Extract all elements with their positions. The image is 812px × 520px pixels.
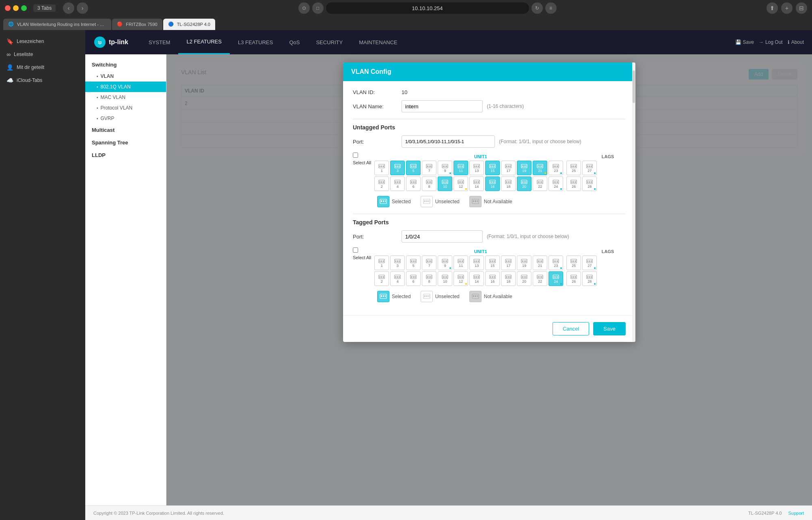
untagged-port-7[interactable]: 7 [422,161,436,175]
untagged-port-input[interactable] [402,135,495,148]
close-button[interactable] [5,5,11,11]
sidebar-icloud-tabs[interactable]: ☁️ iCloud-Tabs [0,74,85,87]
sidebar-shared[interactable]: 👤 Mit dir geteilt [0,61,85,74]
untagged-lag-28[interactable]: 28 [582,176,597,191]
vlan-name-input[interactable] [402,100,483,112]
tagged-lag-26[interactable]: 26 [566,271,581,286]
untagged-port-19[interactable]: 19 [517,161,531,175]
untagged-port-1[interactable]: 1 [374,161,389,175]
untagged-port-24[interactable]: 24 [549,176,563,191]
sidebar-lldp[interactable]: LLDP [85,149,166,161]
untagged-port-13[interactable]: 13 [469,161,484,175]
tagged-port-19[interactable]: 19 [517,256,531,270]
reader-button[interactable]: ≡ [545,2,557,14]
sidebar-toggle-button[interactable]: ⊟ [796,2,807,14]
tagged-port-15[interactable]: 15 [485,256,500,270]
footer-support-link[interactable]: Support [788,511,804,516]
tagged-port-21[interactable]: 21 [533,256,547,270]
tab-2[interactable]: 🔴 FRITZBox 7590 [112,19,162,30]
reload-button[interactable]: ↻ [531,2,543,14]
untagged-select-all-checkbox[interactable] [353,153,358,158]
nav-l3features[interactable]: L3 FEATURES [230,30,281,54]
sidebar-mac-vlan[interactable]: MAC VLAN [85,92,166,103]
tab-1[interactable]: 🌐 VLAN Weiterleitung Routing ins Interne… [3,19,111,30]
tagged-lag-27[interactable]: 27 [582,256,597,270]
tagged-port-24[interactable]: 24 [549,271,563,286]
tagged-port-18[interactable]: 18 [501,271,516,286]
tagged-lag-25[interactable]: 25 [566,256,581,270]
sidebar-bookmarks[interactable]: 🔖 Lesezeichen [0,35,85,48]
nav-l2features[interactable]: L2 FEATURES [178,30,229,54]
save-button[interactable]: Save [593,322,626,335]
sidebar-gvrp[interactable]: GVRP [85,113,166,124]
forward-button[interactable]: › [77,2,88,14]
untagged-port-14[interactable]: 14 [469,176,484,191]
untagged-lag-27[interactable]: 27 [582,161,597,175]
tagged-port-23[interactable]: 23 [549,256,563,270]
tagged-port-6[interactable]: 6 [406,271,421,286]
tagged-port-1[interactable]: 1 [374,256,389,270]
share-action-button[interactable]: ⬆ [767,2,778,14]
untagged-port-11[interactable]: 11 [454,161,468,175]
tagged-port-7[interactable]: 7 [422,256,436,270]
tagged-port-10[interactable]: 10 [438,271,452,286]
logout-button[interactable]: → Log Out [759,39,783,45]
sidebar-switching[interactable]: Switching [85,58,166,71]
home-button[interactable]: ⊙ [298,2,310,14]
untagged-lag-26[interactable]: 26 [566,176,581,191]
tagged-port-12[interactable]: 12 [454,271,468,286]
tagged-select-all-checkbox[interactable] [353,247,358,253]
share-button[interactable]: □ [312,2,324,14]
untagged-port-23[interactable]: 23 [549,161,563,175]
untagged-port-6[interactable]: 6 [406,176,421,191]
tagged-port-5[interactable]: 5 [406,256,421,270]
save-nav-button[interactable]: 💾 Save [735,39,754,45]
untagged-port-18[interactable]: 18 [501,176,516,191]
nav-security[interactable]: SECURITY [308,30,351,54]
tagged-port-11[interactable]: 11 [454,256,468,270]
untagged-port-4[interactable]: 4 [390,176,405,191]
modal-scrollbar[interactable] [632,62,635,342]
sidebar-protocol-vlan[interactable]: Protocol VLAN [85,103,166,113]
untagged-port-22[interactable]: 22 [533,176,547,191]
sidebar-8021q-vlan[interactable]: 802.1Q VLAN [85,82,166,92]
nav-qos[interactable]: QoS [281,30,308,54]
untagged-port-3[interactable]: 3 [390,161,405,175]
sidebar-vlan[interactable]: VLAN [85,71,166,82]
tagged-port-2[interactable]: 2 [374,271,389,286]
minimize-button[interactable] [13,5,19,11]
tagged-lag-28[interactable]: 28 [582,271,597,286]
untagged-port-21[interactable]: 21 [533,161,547,175]
tab-3[interactable]: 🔵 TL-SG2428P 4.0 [163,19,215,30]
tagged-port-3[interactable]: 3 [390,256,405,270]
new-tab-button[interactable]: + [781,2,793,14]
tagged-port-14[interactable]: 14 [469,271,484,286]
untagged-port-9[interactable]: 9 [438,161,452,175]
untagged-port-10[interactable]: 10 [438,176,452,191]
sidebar-spanning-tree[interactable]: Spanning Tree [85,136,166,149]
address-bar[interactable]: 10.10.10.254 [326,2,529,14]
maximize-button[interactable] [21,5,27,11]
untagged-port-17[interactable]: 17 [501,161,516,175]
tagged-port-8[interactable]: 8 [422,271,436,286]
about-button[interactable]: ℹ About [788,39,804,45]
tagged-port-20[interactable]: 20 [517,271,531,286]
untagged-port-16[interactable]: 16 [485,176,500,191]
tagged-port-22[interactable]: 22 [533,271,547,286]
tagged-port-13[interactable]: 13 [469,256,484,270]
untagged-port-20[interactable]: 20 [517,176,531,191]
untagged-lag-25[interactable]: 25 [566,161,581,175]
cancel-button[interactable]: Cancel [553,322,589,335]
back-button[interactable]: ‹ [63,2,74,14]
untagged-port-2[interactable]: 2 [374,176,389,191]
tagged-port-16[interactable]: 16 [485,271,500,286]
tagged-port-input[interactable] [402,230,483,243]
untagged-port-15[interactable]: 15 [485,161,500,175]
sidebar-tabs-count[interactable]: 3 Tabs [33,4,56,12]
tagged-port-9[interactable]: 9 [438,256,452,270]
untagged-port-5[interactable]: 5 [406,161,421,175]
tagged-port-17[interactable]: 17 [501,256,516,270]
untagged-port-12[interactable]: 12 [454,176,468,191]
nav-system[interactable]: SYSTEM [140,30,178,54]
sidebar-multicast[interactable]: Multicast [85,124,166,136]
